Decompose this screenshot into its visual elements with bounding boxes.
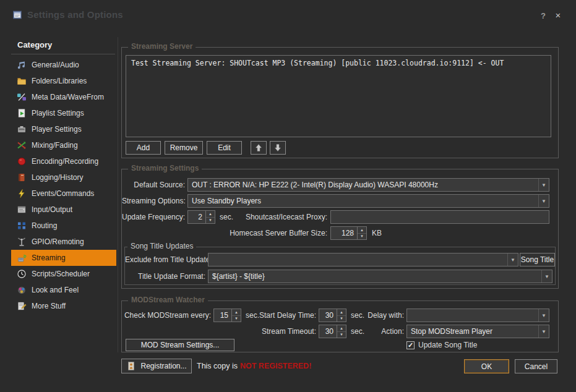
- streaming-settings-legend: Streaming Settings: [128, 164, 202, 173]
- sidebar-item-label: More Stuff: [32, 302, 66, 310]
- streaming-settings-group: Streaming Settings Default Source: OUT :…: [121, 169, 559, 289]
- spin-up-icon[interactable]: ▲: [337, 309, 346, 316]
- song-title-button[interactable]: Song Title: [520, 253, 555, 266]
- buffer-size-unit: KB: [372, 226, 382, 240]
- delay-with-select[interactable]: ▼: [406, 309, 549, 322]
- spin-down-icon[interactable]: ▼: [206, 218, 215, 224]
- registration-button[interactable]: Registration...: [121, 359, 192, 373]
- mod-stream-settings-button[interactable]: MOD Stream Settings...: [126, 339, 234, 351]
- folder-icon: [17, 76, 27, 86]
- buffer-size-label: Homecast Server Buffer Size:: [215, 226, 327, 240]
- exclude-value: [208, 254, 507, 266]
- update-frequency-stepper[interactable]: 2 ▲▼: [187, 210, 215, 224]
- spin-down-icon[interactable]: ▼: [337, 332, 346, 338]
- title-format-label: Title Update Format:: [125, 270, 205, 283]
- title-format-select[interactable]: ${artist} - ${title} ▼: [208, 270, 552, 283]
- sidebar-item-label: Player Settings: [32, 125, 82, 134]
- streaming-options-select[interactable]: Use Standby Players ▼: [187, 194, 549, 208]
- not-registered-text: NOT REGISTERED: [240, 362, 309, 370]
- update-song-title-checkbox[interactable]: ✓ Update Song Title: [406, 339, 477, 351]
- sidebar-item-streaming[interactable]: Streaming: [11, 250, 116, 266]
- start-delay-stepper[interactable]: 30 ▲▼: [319, 309, 346, 322]
- sidebar-item-folders-libraries[interactable]: Folders/Libraries: [11, 73, 116, 89]
- dropdown-arrow-icon[interactable]: ▼: [541, 270, 552, 283]
- add-button[interactable]: Add: [126, 141, 161, 155]
- song-title-updates-legend: Song Title Updates: [127, 242, 196, 250]
- spin-up-icon[interactable]: ▲: [232, 309, 241, 316]
- update-song-title-label: Update Song Title: [418, 341, 477, 349]
- spin-down-icon[interactable]: ▼: [232, 316, 241, 322]
- sidebar-item-playlist-settings[interactable]: Playlist Settings: [11, 105, 116, 121]
- move-down-button[interactable]: [270, 141, 286, 155]
- sidebar-item-look-and-feel[interactable]: Look and Feel: [11, 282, 116, 298]
- sidebar-item-input-output[interactable]: Input/Output: [11, 202, 116, 218]
- sidebar-item-label: Streaming: [32, 254, 66, 262]
- cancel-button[interactable]: Cancel: [515, 359, 557, 373]
- server-list-item[interactable]: Test Streaming Server: SHOUTcast MP3 (St…: [126, 56, 551, 70]
- dropdown-arrow-icon[interactable]: ▼: [507, 254, 518, 266]
- sidebar-item-label: Routing: [32, 221, 57, 230]
- routing-icon: [17, 221, 27, 231]
- titlebar: Settings and Options ? ×: [0, 0, 576, 28]
- ok-button[interactable]: OK: [464, 359, 509, 373]
- sidebar-item-label: Folders/Libraries: [32, 77, 87, 85]
- dropdown-arrow-icon[interactable]: ▼: [538, 195, 549, 207]
- sidebar-item-more-stuff[interactable]: More Stuff: [11, 298, 116, 314]
- exclude-select[interactable]: ▼: [208, 253, 518, 266]
- close-icon[interactable]: ×: [553, 10, 563, 20]
- update-frequency-value: 2: [187, 210, 206, 224]
- dropdown-arrow-icon[interactable]: ▼: [538, 325, 549, 338]
- remove-button[interactable]: Remove: [165, 141, 203, 155]
- title-format-value: ${artist} - ${title}: [208, 270, 541, 283]
- spin-up-icon[interactable]: ▲: [337, 325, 346, 332]
- default-source-value: OUT : ERROR N/A: HP E222 (2- Intel(R) Di…: [188, 179, 538, 191]
- sidebar-item-metadata-wavefrom[interactable]: Meta Data/WaveFrom: [11, 89, 116, 105]
- check-modstream-stepper[interactable]: 15 ▲▼: [213, 309, 241, 322]
- action-select[interactable]: Stop MODStream Player ▼: [406, 325, 549, 338]
- metadata-icon: [17, 92, 27, 102]
- music-note-icon: [17, 60, 27, 70]
- log-book-icon: [17, 173, 27, 182]
- sidebar-item-player-settings[interactable]: Player Settings: [11, 121, 116, 137]
- dropdown-arrow-icon[interactable]: ▼: [538, 309, 549, 322]
- sidebar-item-label: Logging/History: [32, 173, 83, 182]
- antenna-icon: [17, 237, 27, 247]
- sidebar-item-mixing-fading[interactable]: Mixing/Fading: [11, 137, 116, 153]
- sidebar-item-encoding-recording[interactable]: Encoding/Recording: [11, 153, 116, 169]
- sidebar-item-routing[interactable]: Routing: [11, 218, 116, 234]
- song-title-updates-group: Song Title Updates Exclude from Title Up…: [124, 247, 556, 285]
- page-title: Settings and Options: [27, 9, 123, 20]
- sidebar-item-scripts-scheduler[interactable]: Scripts/Scheduler: [11, 266, 116, 282]
- spin-up-icon[interactable]: ▲: [206, 211, 215, 218]
- sidebar-item-general-audio[interactable]: General/Audio: [11, 57, 116, 73]
- proxy-label: Shoutcast/Icecast Proxy:: [215, 210, 327, 224]
- stream-timeout-stepper[interactable]: 30 ▲▼: [319, 325, 346, 338]
- check-modstream-value: 15: [213, 309, 232, 322]
- streaming-server-list: Test Streaming Server: SHOUTcast MP3 (St…: [126, 55, 551, 137]
- spin-up-icon[interactable]: ▲: [358, 227, 366, 234]
- move-up-button[interactable]: [251, 141, 267, 155]
- up-arrow-icon: [254, 143, 264, 153]
- sidebar-item-logging-history[interactable]: Logging/History: [11, 169, 116, 185]
- window-icon: [17, 205, 27, 215]
- default-source-select[interactable]: OUT : ERROR N/A: HP E222 (2- Intel(R) Di…: [187, 178, 549, 192]
- settings-dialog: { "titlebar": { "title": "Settings and O…: [0, 0, 576, 392]
- dropdown-arrow-icon[interactable]: ▼: [538, 179, 549, 191]
- registration-icon: [126, 361, 136, 371]
- sidebar-item-label: Mixing/Fading: [32, 141, 78, 150]
- action-value: Stop MODStream Player: [407, 325, 538, 338]
- streaming-icon: [17, 253, 27, 263]
- checkmark-icon: ✓: [406, 341, 415, 349]
- spin-down-icon[interactable]: ▼: [337, 316, 346, 322]
- registration-status-text: This copy isNOT REGISTERED!: [197, 362, 311, 370]
- help-button[interactable]: ?: [538, 11, 548, 20]
- not-registered-exclamation: !: [309, 362, 311, 370]
- proxy-input[interactable]: [330, 210, 549, 224]
- sidebar-item-label: Encoding/Recording: [32, 157, 98, 166]
- sidebar-item-events-commands[interactable]: Events/Commands: [11, 185, 116, 202]
- edit-button[interactable]: Edit: [207, 141, 242, 155]
- buffer-size-stepper[interactable]: 128 ▲▼: [330, 226, 367, 240]
- sidebar-item-gpio-remoting[interactable]: GPIO/Remoting: [11, 234, 116, 250]
- default-source-label: Default Source:: [122, 178, 185, 192]
- spin-down-icon[interactable]: ▼: [358, 234, 366, 240]
